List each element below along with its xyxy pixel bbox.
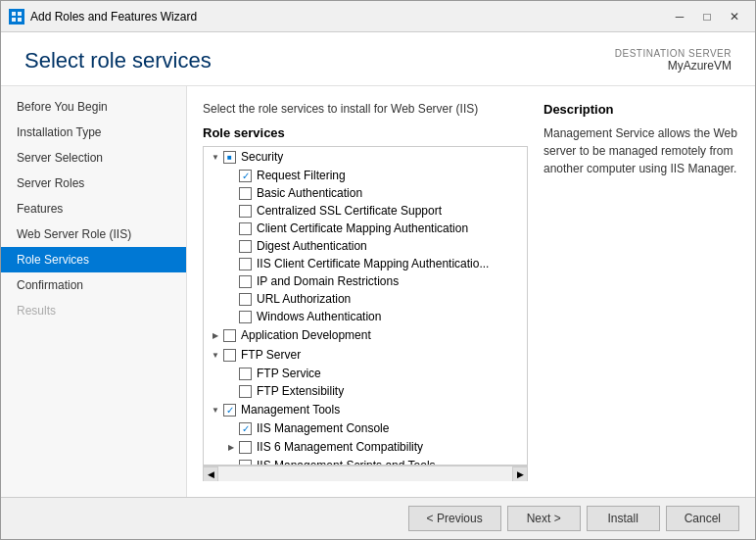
checkbox[interactable] (239, 240, 252, 253)
title-bar: Add Roles and Features Wizard ─ □ ✕ (1, 1, 755, 32)
svg-rect-1 (18, 12, 22, 16)
checkbox[interactable] (239, 258, 252, 270)
tree-item-label: Application Development (241, 328, 371, 342)
tree-item[interactable]: FTP Extensibility (204, 382, 527, 400)
sidebar-item-server-selection[interactable]: Server Selection (1, 145, 186, 171)
description-title: Description (543, 102, 739, 117)
destination-server-info: DESTINATION SERVER MyAzureVM (615, 48, 732, 73)
scroll-left-button[interactable]: ◀ (203, 466, 218, 482)
expand-icon[interactable]: ▼ (208, 347, 223, 363)
tree-item-label: Management Tools (241, 403, 340, 417)
tree-item[interactable]: ▶Application Development (204, 325, 527, 345)
checkbox[interactable] (223, 349, 236, 362)
checkbox[interactable] (239, 275, 252, 288)
sidebar-item-installation-type[interactable]: Installation Type (1, 120, 186, 145)
right-panel: Description Management Service allows th… (543, 102, 739, 481)
tree-item-label: Digest Authentication (257, 239, 367, 253)
checkbox[interactable]: ✓ (239, 422, 252, 435)
scroll-track[interactable] (218, 466, 512, 481)
checkbox[interactable]: ■ (223, 151, 236, 164)
tree-item[interactable]: IP and Domain Restrictions (204, 272, 527, 290)
maximize-button[interactable]: □ (694, 6, 720, 27)
checkbox[interactable]: ✓ (223, 404, 236, 417)
tree-item[interactable]: ✓Request Filtering (204, 167, 527, 184)
horizontal-scrollbar[interactable]: ◀ ▶ (203, 466, 528, 481)
expand-icon[interactable]: ▶ (223, 439, 239, 455)
checkbox[interactable] (223, 329, 236, 342)
destination-name: MyAzureVM (615, 59, 732, 73)
tree-item-label: FTP Server (241, 348, 301, 362)
expand-icon[interactable]: ▼ (208, 149, 223, 165)
tree-item[interactable]: Basic Authentication (204, 184, 527, 202)
tree-item[interactable]: ▼■Security (204, 147, 527, 167)
tree-item[interactable]: Windows Authentication (204, 308, 527, 325)
checkbox[interactable] (239, 187, 252, 200)
app-icon (9, 9, 24, 25)
destination-label: DESTINATION SERVER (615, 48, 732, 59)
expand-icon[interactable]: ▶ (208, 327, 223, 343)
main-body: Before You BeginInstallation TypeServer … (1, 86, 755, 497)
tree-item-label: FTP Service (257, 367, 321, 380)
checkbox[interactable]: ✓ (239, 170, 252, 182)
page-title: Select role services (24, 48, 212, 74)
tree-item[interactable]: Digest Authentication (204, 237, 527, 255)
tree-item[interactable]: IIS Management Scripts and Tools (204, 457, 527, 466)
svg-rect-3 (18, 18, 22, 22)
description-text: Management Service allows the Web server… (543, 124, 739, 177)
tree-item[interactable]: Client Certificate Mapping Authenticatio… (204, 220, 527, 237)
main-content: Select the role services to install for … (187, 86, 755, 497)
tree-item-label: IP and Domain Restrictions (257, 274, 399, 288)
tree-item[interactable]: IIS Client Certificate Mapping Authentic… (204, 255, 527, 272)
cancel-button[interactable]: Cancel (666, 506, 739, 531)
tree-item-label: IIS Management Scripts and Tools (257, 459, 436, 466)
expand-icon[interactable]: ▼ (208, 402, 223, 417)
tree-item-label: Windows Authentication (257, 310, 381, 323)
tree-item[interactable]: FTP Service (204, 365, 527, 382)
checkbox[interactable] (239, 385, 252, 398)
window-title: Add Roles and Features Wizard (30, 10, 667, 24)
tree-item-label: Basic Authentication (257, 186, 362, 200)
previous-button[interactable]: < Previous (408, 506, 501, 531)
sidebar-item-before-you-begin[interactable]: Before You Begin (1, 94, 186, 120)
checkbox[interactable] (239, 293, 252, 306)
checkbox[interactable] (239, 441, 252, 454)
svg-rect-2 (12, 18, 16, 22)
tree-item-label: IIS 6 Management Compatibility (257, 440, 423, 454)
tree-item[interactable]: Centralized SSL Certificate Support (204, 202, 527, 220)
tree-item-label: IIS Management Console (257, 421, 389, 435)
checkbox[interactable] (239, 311, 252, 323)
footer: < Previous Next > Install Cancel (1, 497, 755, 539)
sidebar-item-web-server-role[interactable]: Web Server Role (IIS) (1, 221, 186, 247)
page-header: Select role services DESTINATION SERVER … (1, 32, 755, 86)
sidebar-item-features[interactable]: Features (1, 196, 186, 221)
scroll-right-button[interactable]: ▶ (512, 466, 528, 482)
next-button[interactable]: Next > (507, 506, 581, 531)
sidebar-item-confirmation[interactable]: Confirmation (1, 272, 186, 298)
tree-item-label: Request Filtering (257, 169, 346, 182)
checkbox[interactable] (239, 205, 252, 218)
sidebar: Before You BeginInstallation TypeServer … (1, 86, 187, 497)
sidebar-item-server-roles[interactable]: Server Roles (1, 171, 186, 196)
sidebar-item-role-services[interactable]: Role Services (1, 247, 186, 272)
tree-item[interactable]: ✓IIS Management Console (204, 419, 527, 437)
tree-item[interactable]: ▼FTP Server (204, 345, 527, 365)
tree-item-label: Security (241, 150, 283, 164)
tree-item-label: Client Certificate Mapping Authenticatio… (257, 221, 468, 235)
window-controls: ─ □ ✕ (667, 6, 747, 27)
tree-item-label: IIS Client Certificate Mapping Authentic… (257, 257, 489, 270)
main-window: Add Roles and Features Wizard ─ □ ✕ Sele… (0, 0, 756, 540)
tree-container[interactable]: ▼■Security✓Request FilteringBasic Authen… (203, 146, 528, 466)
instructions-text: Select the role services to install for … (203, 102, 528, 116)
minimize-button[interactable]: ─ (667, 6, 692, 27)
svg-rect-0 (12, 12, 16, 16)
close-button[interactable]: ✕ (722, 6, 747, 27)
tree-item[interactable]: URL Authorization (204, 290, 527, 308)
install-button[interactable]: Install (587, 506, 660, 531)
tree-item-label: URL Authorization (257, 292, 351, 306)
role-services-label: Role services (203, 125, 528, 140)
checkbox[interactable] (239, 222, 252, 235)
tree-item[interactable]: ▶IIS 6 Management Compatibility (204, 437, 527, 457)
tree-item[interactable]: ▼✓Management Tools (204, 400, 527, 419)
content-area: Select role services DESTINATION SERVER … (1, 32, 755, 497)
checkbox[interactable] (239, 368, 252, 380)
